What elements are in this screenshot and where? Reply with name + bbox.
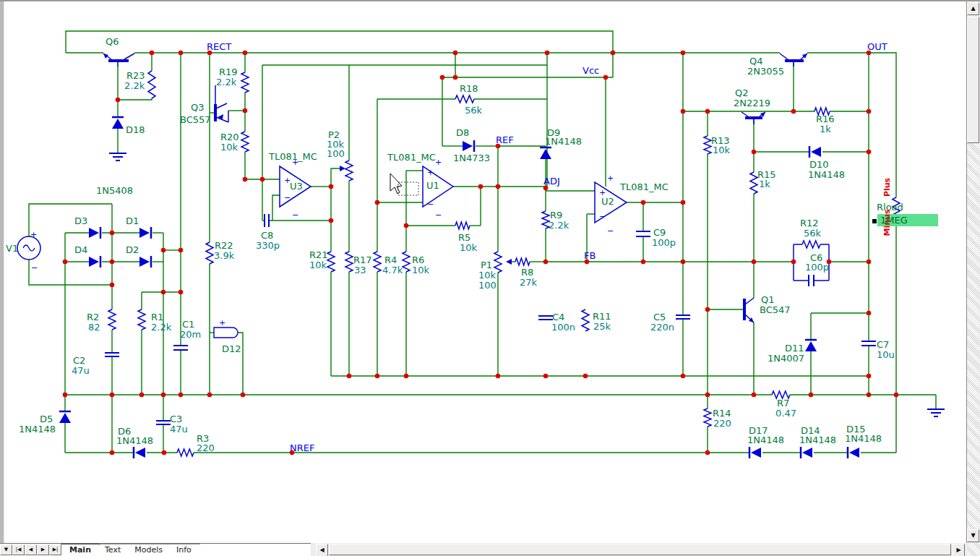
label-1N4148[interactable]: 1N4148 [845,433,882,444]
label-U2[interactable]: U2 [601,196,614,207]
diode-D14[interactable] [802,448,812,458]
label-U3[interactable]: U3 [290,181,303,192]
label-47u[interactable]: 47u [72,365,90,376]
resistor-R3[interactable] [177,449,194,456]
label-V1[interactable]: V1 [6,243,18,254]
label-25k[interactable]: 25k [593,321,611,332]
label-TL081_MC[interactable]: TL081_MC [619,181,669,192]
diode-D10[interactable] [811,147,821,157]
label-D3[interactable]: D3 [74,215,87,226]
label-C8[interactable]: C8 [261,230,273,241]
label-27k[interactable]: 27k [520,277,538,288]
resistor-R11[interactable] [582,309,589,331]
diode-D5[interactable] [59,413,71,423]
label-R23[interactable]: R23 [126,70,145,81]
scroll-down-button[interactable]: ▼ [967,529,979,542]
selection-handle[interactable] [872,219,877,223]
prev-sheet-icon[interactable]: ◀ [25,544,37,555]
label-100n[interactable]: 100n [551,322,575,333]
label-100p[interactable]: 100p [652,237,676,248]
label-2N2219[interactable]: 2N2219 [734,98,770,108]
label-2.2k[interactable]: 2.2k [151,322,172,333]
label-+[interactable]: + [435,158,442,167]
diode-D17[interactable] [751,448,761,458]
net-label-RECT[interactable]: RECT [207,41,231,52]
resistor-R21[interactable] [327,252,335,272]
label-BC547[interactable]: BC547 [760,304,791,315]
resistor-R17[interactable] [345,252,353,272]
label-+[interactable]: + [427,168,434,177]
label-D1[interactable]: D1 [126,215,139,226]
label-−[interactable]: − [31,263,38,273]
label-1N4148[interactable]: 1N4148 [799,435,836,445]
label-−[interactable]: − [435,210,442,220]
label-10k[interactable]: 10k [460,242,478,253]
schematic-canvas[interactable]: Q6R232.2kD18Q3BC557R192.2kR2010k1N5408V1… [0,0,980,556]
transistor-Q1[interactable] [745,298,754,304]
label-R5[interactable]: R5 [458,232,470,243]
label-4.7k[interactable]: 4.7k [382,265,403,275]
tab-main[interactable]: Main [61,544,100,556]
label-C7[interactable]: C7 [877,339,889,350]
last-sheet-icon[interactable]: ▶| [49,544,61,555]
label-3.9k[interactable]: 3.9k [214,250,235,261]
label-47u[interactable]: 47u [170,424,188,435]
tab-text[interactable]: Text [96,544,129,556]
label-−[interactable]: − [607,226,614,236]
label-D5[interactable]: D5 [40,414,53,424]
label-P1[interactable]: P1 [481,260,492,270]
label-R9[interactable]: R9 [550,210,562,221]
transistor-Q2[interactable] [742,112,748,116]
label-R2[interactable]: R2 [87,312,99,322]
label-R19[interactable]: R19 [219,67,238,77]
resistor-R12[interactable] [802,241,820,248]
terminal-label-Plus[interactable]: Plus [882,177,892,197]
resistor-R1[interactable] [138,309,145,330]
diode-D9[interactable] [540,149,551,159]
label-C5[interactable]: C5 [653,312,666,322]
tab-info[interactable]: Info [168,544,200,556]
label-D8[interactable]: D8 [456,127,469,138]
label-1MEG[interactable]: 1MEG [880,215,908,226]
label-10k[interactable]: 10k [220,142,238,153]
label-Q2[interactable]: Q2 [735,87,749,98]
label-BC557[interactable]: BC557 [180,114,211,125]
label-220[interactable]: 220 [197,442,215,453]
label-Q6[interactable]: Q6 [106,36,119,47]
label-2N3055[interactable]: 2N3055 [747,66,784,77]
first-sheet-icon[interactable]: |◀ [12,544,25,555]
label-10k[interactable]: 10k [478,270,497,281]
label-100[interactable]: 100 [327,148,345,159]
label-R20[interactable]: R20 [220,132,239,142]
scroll-up-button[interactable]: ▲ [967,2,979,15]
scroll-left-button[interactable]: ◀ [316,544,328,556]
label-C9[interactable]: C9 [653,227,666,238]
label-0.47[interactable]: 0.47 [775,408,796,419]
next-sheet-icon[interactable]: ▶ [37,544,49,555]
resistor-R4[interactable] [374,252,381,272]
label-−[interactable]: − [427,200,434,209]
label-C1[interactable]: C1 [182,319,194,330]
label-220n[interactable]: 220n [650,322,674,333]
diode-D15[interactable] [849,448,859,458]
horizontal-scrollbar[interactable]: ◀ ▶ [311,543,967,556]
label-R14[interactable]: R14 [713,408,731,419]
label-1N4148[interactable]: 1N4148 [19,424,56,435]
label-+[interactable]: + [219,318,225,328]
resistor-R6[interactable] [403,252,410,272]
label-R11[interactable]: R11 [593,311,611,322]
resistor-R14[interactable] [704,409,711,427]
label-56k[interactable]: 56k [804,228,822,239]
vertical-scroll-thumb[interactable] [967,17,979,143]
diode-D12[interactable] [214,328,238,338]
label-D18[interactable]: D18 [126,124,145,135]
diode-D1[interactable] [139,228,150,238]
label-10k[interactable]: 10k [713,145,731,155]
label-1N4148[interactable]: 1N4148 [545,136,582,147]
label-+[interactable]: + [292,158,298,167]
label-U1[interactable]: U1 [426,180,439,191]
label-R18[interactable]: R18 [460,83,478,94]
label-R4[interactable]: R4 [384,255,397,265]
sheet-dropdown-icon[interactable]: ▼ [0,544,12,555]
label-+[interactable]: + [599,188,606,197]
